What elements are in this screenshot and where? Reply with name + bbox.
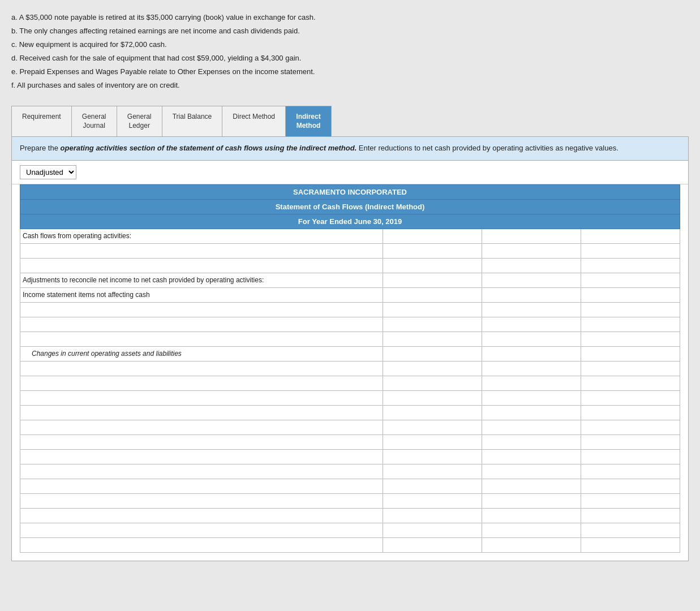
value-cell-2 [482,493,581,508]
table-row [20,243,680,258]
value-cell-3 [581,508,680,523]
label-input-12[interactable] [41,466,380,477]
value-input-cell [383,405,482,420]
value-input-9a[interactable] [385,421,479,433]
value-cell-3 [581,464,680,479]
value-input-5a[interactable] [385,363,479,375]
blank-value-3 [581,523,680,537]
label-input-3[interactable] [32,319,380,330]
value-cell-3 [581,405,680,420]
table-row [20,376,680,390]
label-input-11[interactable] [41,451,380,463]
blank-cell [20,523,383,537]
input-label-cell [20,464,383,479]
blank-value-2 [482,258,581,273]
value-input-12a[interactable] [385,466,479,477]
value-input-11a[interactable] [385,451,479,463]
table-row [20,434,680,449]
value-input-15a[interactable] [385,510,479,522]
value-input-14a[interactable] [385,495,479,507]
value-cell-2 [482,390,581,405]
label-input-14[interactable] [41,495,380,507]
tab-trial-balance[interactable]: Trial Balance [162,106,223,137]
value-cell-3 [581,317,680,332]
intro-line-4: d. Received cash for the sale of equipme… [11,52,689,64]
value-cell-2 [482,229,581,243]
report-title: Statement of Cash Flows (Indirect Method… [20,199,680,214]
label-input-8[interactable] [41,407,380,419]
value-cell-2 [482,317,581,332]
input-label-cell [20,317,383,332]
table-row [20,523,680,537]
value-cell-2 [482,346,581,361]
intro-line-2: b. The only changes affecting retained e… [11,25,689,37]
value-cell-3 [581,376,680,390]
spreadsheet-wrapper: SACRAMENTO INCORPORATED Statement of Cas… [12,184,688,561]
table-row [20,493,680,508]
unadjusted-dropdown[interactable]: Unadjusted Adjusted [20,165,76,179]
value-input-cell [383,434,482,449]
header-row-title: Statement of Cash Flows (Indirect Method… [20,199,680,214]
label-input-6[interactable] [41,377,380,389]
value-cell-3 [581,287,680,302]
value-input-cell [383,420,482,434]
value-input-cell [383,449,482,464]
instruction-bold: operating activities section of the stat… [61,144,357,152]
spreadsheet-table: SACRAMENTO INCORPORATED Statement of Cas… [20,184,680,553]
header-row-period: For Year Ended June 30, 2019 [20,214,680,229]
input-label-cell [20,420,383,434]
value-input-1a[interactable] [385,245,479,257]
table-row [20,390,680,405]
value-cell-2 [482,287,581,302]
value-input-cell [383,376,482,390]
value-input-10a[interactable] [385,436,479,448]
value-cell-3 [581,346,680,361]
value-input-16a[interactable] [385,539,479,551]
dropdown-row: Unadjusted Adjusted [12,161,688,184]
value-input-2a[interactable] [385,304,479,316]
tab-general-journal[interactable]: General Journal [72,106,117,137]
value-cell-3 [581,273,680,287]
changes-label: Changes in current operating assets and … [20,346,383,361]
label-input-4[interactable] [32,333,380,345]
blank-value [383,258,482,273]
value-cell-2 [482,449,581,464]
value-input-3a[interactable] [385,319,479,330]
label-input-2[interactable] [32,304,380,316]
value-input-7a[interactable] [385,392,479,404]
instruction-prefix: Prepare the [20,144,61,152]
label-input-5[interactable] [41,363,380,375]
value-cell-2 [482,420,581,434]
table-row [20,464,680,479]
input-label-cell [20,405,383,420]
label-input-16[interactable] [23,539,380,551]
label-input-9[interactable] [41,421,380,433]
tab-requirement[interactable]: Requirement [12,106,72,137]
value-input-4a[interactable] [385,333,479,345]
value-cell-2 [482,479,581,493]
value-input-6a[interactable] [385,377,479,389]
label-input-1[interactable] [23,245,380,257]
input-label-cell [20,332,383,346]
label-input-15[interactable] [41,510,380,522]
label-input-13[interactable] [41,480,380,492]
tab-general-ledger[interactable]: General Ledger [117,106,162,137]
label-input-10[interactable] [41,436,380,448]
value-cell [383,229,482,243]
tab-indirect-method[interactable]: Indirect Method [286,106,331,137]
input-label-cell [20,508,383,523]
value-cell-2 [482,434,581,449]
tabs-container: Requirement General Journal General Ledg… [11,106,332,137]
table-row [20,508,680,523]
input-label-cell [20,434,383,449]
section-label-operating: Cash flows from operating activities: [20,229,383,243]
value-input-cell [383,302,482,317]
adjustments-label: Adjustments to reconcile net income to n… [20,273,383,287]
value-cell-3 [581,537,680,552]
value-cell-2 [482,361,581,376]
value-input-8a[interactable] [385,407,479,419]
main-content: Prepare the operating activities section… [11,136,689,561]
value-input-13a[interactable] [385,480,479,492]
tab-direct-method[interactable]: Direct Method [222,106,286,137]
label-input-7[interactable] [41,392,380,404]
